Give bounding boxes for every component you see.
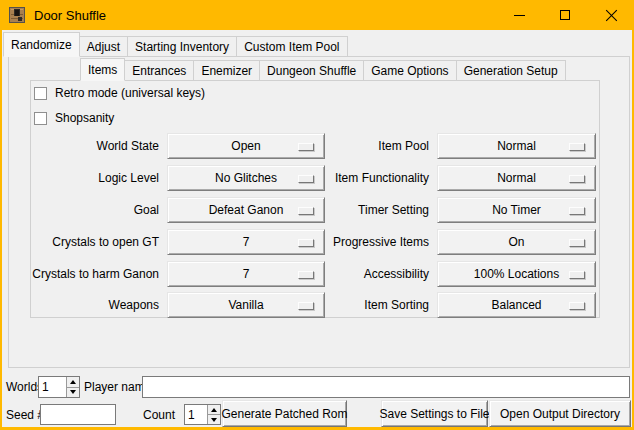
spin-down-button[interactable] — [67, 388, 79, 398]
worlds-spinbox — [38, 376, 80, 398]
dropdown-indicator-icon — [569, 207, 585, 215]
crystals-gt-dropdown[interactable]: 7 — [167, 229, 325, 255]
player-names-input[interactable] — [142, 376, 630, 398]
door-icon — [9, 7, 25, 23]
minimize-icon — [514, 15, 525, 16]
dropdown-indicator-icon — [569, 271, 585, 279]
logic-level-value: No Glitches — [215, 171, 277, 185]
world-state-value: Open — [231, 139, 260, 153]
seed-label: Seed # — [6, 408, 44, 422]
dropdown-indicator-icon — [298, 207, 314, 215]
shopsanity-label: Shopsanity — [55, 111, 114, 125]
crystals-ganon-value: 7 — [243, 267, 250, 281]
item-pool-value: Normal — [497, 139, 536, 153]
world-state-label: World State — [97, 139, 159, 153]
goal-dropdown[interactable]: Defeat Ganon — [167, 197, 325, 223]
tab-items[interactable]: Items — [80, 58, 125, 81]
crystals-ganon-label: Crystals to harm Ganon — [32, 267, 159, 281]
count-input[interactable] — [185, 405, 207, 424]
item-pool-dropdown[interactable]: Normal — [437, 133, 596, 159]
settings-row: Crystals to harm Ganon 7 Accessibility 1… — [31, 261, 601, 287]
tab-game-options[interactable]: Game Options — [363, 60, 456, 81]
settings-row: Goal Defeat Ganon Timer Setting No Timer — [31, 197, 601, 223]
dropdown-indicator-icon — [569, 239, 585, 247]
item-sorting-value: Balanced — [491, 298, 541, 312]
arrow-up-icon — [70, 380, 76, 384]
items-panel: Retro mode (universal keys) Shopsanity W… — [30, 80, 600, 318]
crystals-gt-value: 7 — [243, 235, 250, 249]
dropdown-indicator-icon — [298, 239, 314, 247]
close-button[interactable] — [588, 0, 634, 30]
timer-setting-dropdown[interactable]: No Timer — [437, 197, 596, 223]
spin-down-button[interactable] — [208, 415, 220, 424]
settings-row: Logic Level No Glitches Item Functionali… — [31, 165, 601, 191]
weapons-dropdown[interactable]: Vanilla — [167, 292, 325, 318]
count-spinbox — [184, 404, 221, 425]
item-sorting-dropdown[interactable]: Balanced — [437, 292, 596, 318]
weapons-value: Vanilla — [228, 298, 263, 312]
arrow-down-icon — [211, 418, 217, 422]
item-sorting-label: Item Sorting — [364, 298, 429, 312]
dropdown-indicator-icon — [298, 271, 314, 279]
tab-randomize[interactable]: Randomize — [3, 32, 80, 57]
settings-row: Weapons Vanilla Item Sorting Balanced — [31, 292, 601, 318]
progressive-items-label: Progressive Items — [333, 235, 429, 249]
tab-custom-item-pool[interactable]: Custom Item Pool — [236, 36, 347, 57]
dropdown-indicator-icon — [569, 302, 585, 310]
tab-starting-inventory[interactable]: Starting Inventory — [127, 36, 237, 57]
item-functionality-label: Item Functionality — [335, 171, 429, 185]
crystals-ganon-dropdown[interactable]: 7 — [167, 261, 325, 287]
accessibility-label: Accessibility — [364, 267, 429, 281]
settings-row: Crystals to open GT 7 Progressive Items … — [31, 229, 601, 255]
goal-value: Defeat Ganon — [209, 203, 284, 217]
seed-input[interactable] — [40, 404, 116, 425]
tab-generation-setup[interactable]: Generation Setup — [456, 60, 566, 81]
logic-level-dropdown[interactable]: No Glitches — [167, 165, 325, 191]
window-controls — [496, 0, 634, 30]
retro-mode-checkbox-row: Retro mode (universal keys) — [34, 86, 205, 100]
window-title: Door Shuffle — [34, 8, 106, 23]
shopsanity-checkbox[interactable] — [34, 112, 47, 125]
count-spin-arrows — [207, 405, 220, 424]
title-bar: Door Shuffle — [0, 0, 634, 30]
worlds-spin-arrows — [66, 377, 79, 397]
arrow-up-icon — [211, 408, 217, 412]
crystals-gt-label: Crystals to open GT — [52, 235, 159, 249]
spin-up-button[interactable] — [67, 377, 79, 388]
timer-setting-value: No Timer — [492, 203, 541, 217]
main-tab-bar: Randomize Adjust Starting Inventory Cust… — [3, 32, 347, 57]
window-border-left — [0, 30, 2, 430]
open-output-directory-button[interactable]: Open Output Directory — [489, 400, 631, 427]
progressive-items-dropdown[interactable]: On — [437, 229, 596, 255]
accessibility-dropdown[interactable]: 100% Locations — [437, 261, 596, 287]
item-functionality-value: Normal — [497, 171, 536, 185]
generate-patched-rom-button[interactable]: Generate Patched Rom — [222, 400, 347, 427]
weapons-label: Weapons — [109, 298, 159, 312]
retro-mode-label: Retro mode (universal keys) — [55, 86, 205, 100]
tab-enemizer[interactable]: Enemizer — [193, 60, 260, 81]
accessibility-value: 100% Locations — [474, 267, 559, 281]
item-pool-label: Item Pool — [378, 139, 429, 153]
shopsanity-checkbox-row: Shopsanity — [34, 111, 114, 125]
dropdown-indicator-icon — [569, 143, 585, 151]
minimize-button[interactable] — [496, 0, 542, 30]
dropdown-indicator-icon — [569, 175, 585, 183]
retro-mode-checkbox[interactable] — [34, 87, 47, 100]
tab-entrances[interactable]: Entrances — [124, 60, 194, 81]
world-state-dropdown[interactable]: Open — [167, 133, 325, 159]
tab-dungeon-shuffle[interactable]: Dungeon Shuffle — [259, 60, 364, 81]
close-icon — [605, 9, 618, 22]
settings-row: World State Open Item Pool Normal — [31, 133, 601, 159]
logic-level-label: Logic Level — [98, 171, 159, 185]
save-settings-button[interactable]: Save Settings to File — [381, 400, 488, 427]
maximize-button[interactable] — [542, 0, 588, 30]
arrow-down-icon — [70, 390, 76, 394]
item-functionality-dropdown[interactable]: Normal — [437, 165, 596, 191]
dropdown-indicator-icon — [298, 175, 314, 183]
randomize-sub-tab-bar: Items Entrances Enemizer Dungeon Shuffle… — [80, 58, 565, 81]
worlds-input[interactable] — [39, 377, 66, 397]
progressive-items-value: On — [508, 235, 524, 249]
door-shuffle-window: Door Shuffle Randomize Adjust Starting I… — [0, 0, 634, 430]
spin-up-button[interactable] — [208, 405, 220, 415]
tab-adjust[interactable]: Adjust — [79, 36, 128, 57]
